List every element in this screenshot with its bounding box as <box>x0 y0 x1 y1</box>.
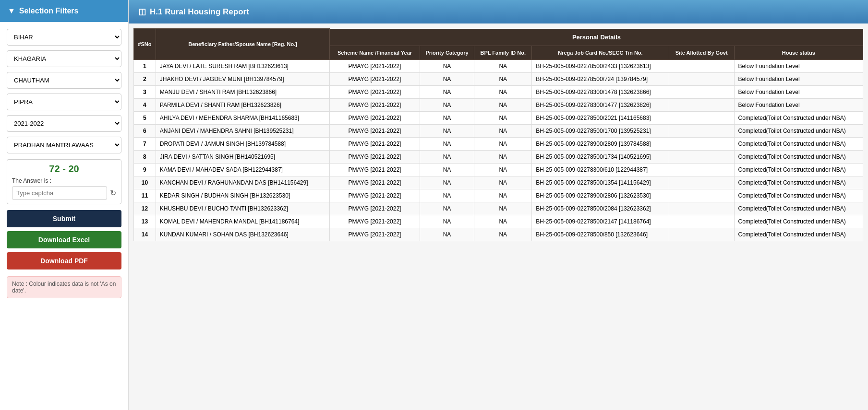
cell-beneficiary: JIRA DEVI / SATTAN SINGH [BH140521695] <box>156 150 330 163</box>
cell-nrega: BH-25-005-009-02278300/1478 [132623866] <box>532 85 669 98</box>
cell-sno: 1 <box>134 59 156 72</box>
cell-nrega: BH-25-005-009-02278500/1700 [139525231] <box>532 124 669 137</box>
cell-beneficiary: KAMA DEVI / MAHADEV SADA [BH122944387] <box>156 163 330 176</box>
cell-beneficiary: JAYA DEVI / LATE SURESH RAM [BH132623613… <box>156 59 330 72</box>
cell-beneficiary: KUNDAN KUMARI / SOHAN DAS [BH132623646] <box>156 228 330 241</box>
download-excel-button[interactable]: Download Excel <box>7 231 121 248</box>
cell-status: Below Foundation Level <box>734 98 863 111</box>
table-row: 10 KANCHAN DEVI / RAGHUNANDAN DAS [BH141… <box>134 176 863 189</box>
cell-sno: 7 <box>134 137 156 150</box>
cell-sno: 4 <box>134 98 156 111</box>
cell-site <box>669 98 734 111</box>
cell-beneficiary: MANJU DEVI / SHANTI RAM [BH132623866] <box>156 85 330 98</box>
table-row: 2 JHAKHO DEVI / JAGDEV MUNI [BH139784579… <box>134 72 863 85</box>
cell-scheme: PMAYG [2021-2022] <box>330 228 420 241</box>
cell-site <box>669 72 734 85</box>
cell-sno: 3 <box>134 85 156 98</box>
cell-nrega: BH-25-005-009-02278500/2433 [132623613] <box>532 59 669 72</box>
table-row: 9 KAMA DEVI / MAHADEV SADA [BH122944387]… <box>134 163 863 176</box>
table-row: 7 DROPATI DEVI / JAMUN SINGH [BH13978458… <box>134 137 863 150</box>
col-header-sno: #SNo <box>134 29 156 60</box>
filter-section: BIHAR KHAGARIA CHAUTHAM PIPRA 2021-2022 … <box>0 22 128 153</box>
cell-site <box>669 85 734 98</box>
cell-nrega: BH-25-005-009-02278300/1477 [132623826] <box>532 98 669 111</box>
report-header: ◫ H.1 Rural Housing Report <box>129 0 868 23</box>
cell-bpl: NA <box>474 215 532 228</box>
cell-scheme: PMAYG [2021-2022] <box>330 202 420 215</box>
cell-sno: 5 <box>134 111 156 124</box>
cell-scheme: PMAYG [2021-2022] <box>330 189 420 202</box>
filter-icon: ▼ <box>8 7 15 15</box>
captcha-input[interactable] <box>12 186 107 200</box>
table-row: 11 KEDAR SINGH / BUDHAN SINGH [BH1326235… <box>134 189 863 202</box>
cell-priority: NA <box>420 98 474 111</box>
cell-site <box>669 137 734 150</box>
cell-scheme: PMAYG [2021-2022] <box>330 150 420 163</box>
cell-nrega: BH-25-005-009-02278500/2021 [141165683] <box>532 111 669 124</box>
cell-beneficiary: PARMILA DEVI / SHANTI RAM [BH132623826] <box>156 98 330 111</box>
cell-priority: NA <box>420 137 474 150</box>
cell-status: Completed(Toilet Constructed under NBA) <box>734 163 863 176</box>
district-select[interactable]: KHAGARIA <box>7 50 121 67</box>
cell-site <box>669 124 734 137</box>
scheme-select[interactable]: PRADHAN MANTRI AWAAS <box>7 137 121 153</box>
download-pdf-button[interactable]: Download PDF <box>7 252 121 269</box>
cell-bpl: NA <box>474 189 532 202</box>
table-row: 14 KUNDAN KUMARI / SOHAN DAS [BH13262364… <box>134 228 863 241</box>
cell-nrega: BH-25-005-009-02278500/1734 [140521695] <box>532 150 669 163</box>
cell-scheme: PMAYG [2021-2022] <box>330 124 420 137</box>
captcha-equation: 72 - 20 <box>12 164 116 175</box>
col-header-bpl: BPL Family ID No. <box>474 46 532 59</box>
cell-bpl: NA <box>474 111 532 124</box>
table-row: 12 KHUSHBU DEVI / BUCHO TANTI [BH1326233… <box>134 202 863 215</box>
captcha-refresh-button[interactable]: ↻ <box>110 188 116 198</box>
cell-beneficiary: AHILYA DEVI / MEHENDRA SHARMA [BH1411656… <box>156 111 330 124</box>
cell-status: Completed(Toilet Constructed under NBA) <box>734 215 863 228</box>
captcha-box: 72 - 20 The Answer is : ↻ <box>7 159 121 204</box>
cell-status: Completed(Toilet Constructed under NBA) <box>734 189 863 202</box>
cell-status: Completed(Toilet Constructed under NBA) <box>734 137 863 150</box>
state-select[interactable]: BIHAR <box>7 29 121 46</box>
cell-site <box>669 111 734 124</box>
submit-button[interactable]: Submit <box>7 210 121 227</box>
cell-nrega: BH-25-005-009-02278900/2806 [132623530] <box>532 189 669 202</box>
group-header-personal: Personal Details <box>330 29 863 46</box>
cell-bpl: NA <box>474 124 532 137</box>
cell-site <box>669 228 734 241</box>
cell-site <box>669 189 734 202</box>
cell-sno: 6 <box>134 124 156 137</box>
table-row: 5 AHILYA DEVI / MEHENDRA SHARMA [BH14116… <box>134 111 863 124</box>
cell-priority: NA <box>420 85 474 98</box>
cell-priority: NA <box>420 189 474 202</box>
panchayat-select[interactable]: PIPRA <box>7 94 121 110</box>
cell-priority: NA <box>420 124 474 137</box>
table-row: 13 KOMAL DEVI / MAHENDRA MANDAL [BH14118… <box>134 215 863 228</box>
cell-status: Completed(Toilet Constructed under NBA) <box>734 111 863 124</box>
year-select[interactable]: 2021-2022 <box>7 115 121 132</box>
cell-sno: 10 <box>134 176 156 189</box>
cell-site <box>669 59 734 72</box>
cell-nrega: BH-25-005-009-02278500/1354 [141156429] <box>532 176 669 189</box>
block-select[interactable]: CHAUTHAM <box>7 72 121 89</box>
cell-bpl: NA <box>474 137 532 150</box>
cell-bpl: NA <box>474 85 532 98</box>
table-body: 1 JAYA DEVI / LATE SURESH RAM [BH1326236… <box>134 59 863 241</box>
cell-beneficiary: KEDAR SINGH / BUDHAN SINGH [BH132623530] <box>156 189 330 202</box>
cell-priority: NA <box>420 150 474 163</box>
cell-status: Completed(Toilet Constructed under NBA) <box>734 124 863 137</box>
sidebar-header: ▼ Selection Filters <box>0 0 128 22</box>
cell-scheme: PMAYG [2021-2022] <box>330 85 420 98</box>
table-container[interactable]: #SNo Beneficiary Father/Spouse Name [Reg… <box>129 23 868 410</box>
col-header-site: Site Allotted By Govt <box>669 46 734 59</box>
cell-status: Completed(Toilet Constructed under NBA) <box>734 150 863 163</box>
cell-beneficiary: KANCHAN DEVI / RAGHUNANDAN DAS [BH141156… <box>156 176 330 189</box>
cell-bpl: NA <box>474 150 532 163</box>
cell-scheme: PMAYG [2021-2022] <box>330 163 420 176</box>
cell-priority: NA <box>420 176 474 189</box>
cell-scheme: PMAYG [2021-2022] <box>330 72 420 85</box>
cell-beneficiary: DROPATI DEVI / JAMUN SINGH [BH139784588] <box>156 137 330 150</box>
cell-sno: 12 <box>134 202 156 215</box>
cell-scheme: PMAYG [2021-2022] <box>330 59 420 72</box>
table-row: 3 MANJU DEVI / SHANTI RAM [BH132623866] … <box>134 85 863 98</box>
cell-bpl: NA <box>474 228 532 241</box>
